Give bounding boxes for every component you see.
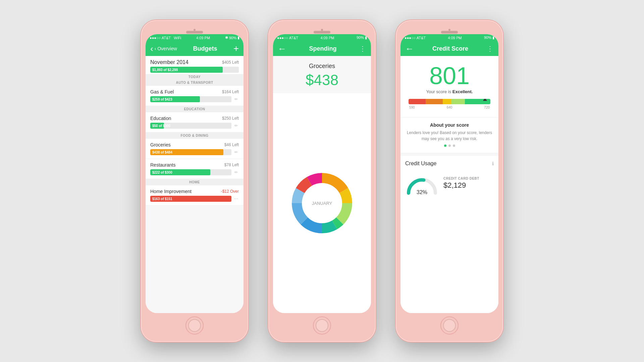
dot-1[interactable] (444, 144, 446, 147)
budget-item-home-left: -$12 Over (221, 189, 239, 194)
spending-header: ← Spending ⋮ (273, 41, 371, 56)
budget-item-restaurants-left: $78 Left (224, 163, 239, 167)
spending-amount-value: $438 (278, 72, 366, 88)
today-badge: TODAY (146, 74, 244, 79)
budget-item-groceries-bar: $438 of $484 (150, 149, 231, 155)
budget-month-bar-text: $1,893 of $2,298 (152, 68, 178, 72)
gauge-container: 32% (405, 171, 439, 195)
score-bar-very-good (451, 99, 465, 104)
edit-icon-gas[interactable]: ✏ (233, 97, 239, 102)
score-bar (409, 99, 490, 104)
credit-usage-header: Credit Usage ℹ (405, 161, 494, 167)
spending-back-icon[interactable]: ← (278, 44, 286, 53)
section-auto-transport: AUTO & TRANSPORT (146, 79, 244, 86)
home-button-spending[interactable] (313, 316, 331, 335)
battery-text-credit: 90% ▮ (484, 36, 494, 40)
budget-item-home-improvement[interactable]: Home Improvement -$12 Over $163 of $151 … (146, 185, 244, 205)
budget-item-groceries[interactable]: Groceries $46 Left $438 of $484 ✏ (146, 139, 244, 159)
budget-item-home-fill: $163 of $151 (150, 196, 231, 202)
score-marker-icon (483, 99, 487, 101)
home-button-inner-credit (443, 319, 456, 332)
carrier-text-credit: ●●●○○ AT&T (405, 36, 426, 40)
budget-item-home-name: Home Improvement (150, 189, 192, 194)
spending-chart: JANUARY (273, 93, 371, 313)
credit-usage-body: 32% CREDIT CARD DEBT $2,129 (405, 171, 494, 195)
budget-item-edu-left: $250 Left (222, 116, 239, 121)
budget-item-restaurants-name: Restaurants (150, 162, 175, 168)
spending-page-title: Spending (309, 45, 337, 52)
budget-month-left: $405 Left (222, 60, 239, 65)
phone-screen-spending: ●●●○○ AT&T 4:09 PM 90% ▮ ← Spending ⋮ Gr… (273, 34, 371, 313)
status-left: ●●●○○ AT&T WiFi (150, 36, 181, 40)
time-text-credit: 4:09 PM (448, 36, 462, 40)
edit-icon-groceries[interactable]: ✏ (233, 150, 239, 155)
back-icon[interactable]: ‹ (150, 44, 153, 53)
budget-item-home-bar: $163 of $151 (150, 196, 231, 202)
edit-icon-restaurants[interactable]: ✏ (233, 170, 239, 175)
phone-speaker (186, 31, 203, 34)
home-button-inner (188, 319, 201, 332)
pagination-dots[interactable] (405, 142, 494, 148)
phone-spending: ●●●○○ AT&T 4:09 PM 90% ▮ ← Spending ⋮ Gr… (268, 20, 376, 342)
credit-card-debt-label: CREDIT CARD DEBT (443, 177, 494, 180)
credit-usage-title: Credit Usage (405, 161, 436, 167)
credit-menu-icon[interactable]: ⋮ (487, 45, 494, 53)
add-button[interactable]: + (233, 44, 239, 53)
credit-page-title: Credit Score (432, 45, 468, 52)
status-bar: ●●●○○ AT&T WiFi 4:09 PM ✱ 90% ▮ (146, 34, 244, 41)
budget-month-fill: $1,893 of $2,298 (150, 67, 223, 73)
budget-item-gas[interactable]: Gas & Fuel $164 Left $259 of $423 ✏ (146, 86, 244, 106)
status-bar-spending: ●●●○○ AT&T 4:09 PM 90% ▮ (273, 34, 371, 41)
credit-score-quality: Excellent. (452, 89, 473, 94)
battery-text-spending: 90% ▮ (357, 36, 367, 40)
gauge-svg: 32% (405, 171, 439, 196)
header-left[interactable]: ‹ ‹ Overview (150, 44, 177, 53)
phone-credit: ●●●○○ AT&T 4:09 PM 90% ▮ ← Credit Score … (396, 20, 503, 342)
dot-3[interactable] (453, 144, 455, 147)
section-food-dining: FOOD & DINING (146, 132, 244, 139)
budget-item-restaurants-text: $222 of $300 (152, 171, 172, 174)
chart-center-label: JANUARY (312, 201, 332, 206)
credit-card-debt-amount: $2,129 (443, 181, 494, 190)
budget-item-groceries-left: $46 Left (224, 142, 239, 147)
phone-speaker (314, 31, 330, 34)
spending-menu-icon[interactable]: ⋮ (359, 45, 366, 53)
home-button-credit[interactable] (440, 316, 459, 335)
budget-item-edu-bar: $50 of $300 (150, 123, 231, 129)
status-right: ✱ 90% ▮ (225, 36, 239, 40)
about-score-title: About your score (405, 122, 494, 128)
budget-item-gas-left: $164 Left (222, 89, 239, 94)
phone-screen-credit: ●●●○○ AT&T 4:09 PM 90% ▮ ← Credit Score … (400, 34, 498, 313)
credit-usage-section: Credit Usage ℹ 32% (400, 156, 498, 313)
back-label[interactable]: ‹ Overview (155, 46, 177, 51)
phones-container: ●●●○○ AT&T WiFi 4:09 PM ✱ 90% ▮ ‹ ‹ Over… (141, 20, 503, 342)
budget-item-groceries-fill: $438 of $484 (150, 149, 223, 155)
credit-back-icon[interactable]: ← (405, 44, 414, 53)
edit-icon-edu[interactable]: ✏ (233, 123, 239, 128)
credit-card-debt-section: CREDIT CARD DEBT $2,129 (443, 177, 494, 190)
budget-item-home-text: $163 of $151 (152, 197, 172, 201)
credit-score-value: 801 (405, 63, 494, 89)
gauge-percent-text: 32% (417, 189, 427, 195)
spending-summary: Groceries $438 (273, 56, 371, 93)
budget-month-title: November 2014 (150, 59, 189, 65)
home-button[interactable] (185, 316, 204, 335)
score-bar-container: 590 640 720 (409, 99, 490, 109)
budget-item-groceries-text: $438 of $484 (152, 150, 172, 154)
spending-category-label: Groceries (278, 63, 366, 70)
credit-header: ← Credit Score ⋮ (400, 41, 498, 56)
phone-budgets: ●●●○○ AT&T WiFi 4:09 PM ✱ 90% ▮ ‹ ‹ Over… (141, 20, 248, 342)
carrier-text-spending: ●●●○○ AT&T (277, 36, 298, 40)
budget-item-edu-text: $50 of $300 (152, 124, 170, 128)
score-bar-good (443, 99, 451, 104)
credit-usage-info-icon[interactable]: ℹ (492, 161, 494, 166)
time-text: 4:09 PM (196, 36, 210, 40)
budget-item-education[interactable]: Education $250 Left $50 of $300 ✏ (146, 112, 244, 132)
score-label-720: 720 (484, 106, 490, 109)
budget-item-restaurants-bar: $222 of $300 (150, 169, 231, 175)
score-label-640: 640 (447, 106, 452, 109)
dot-2[interactable] (448, 144, 451, 147)
phone-screen-budgets: ●●●○○ AT&T WiFi 4:09 PM ✱ 90% ▮ ‹ ‹ Over… (146, 34, 244, 313)
edit-icon-home[interactable]: ⋯ (233, 196, 239, 201)
budget-item-restaurants[interactable]: Restaurants $78 Left $222 of $300 ✏ (146, 159, 244, 179)
